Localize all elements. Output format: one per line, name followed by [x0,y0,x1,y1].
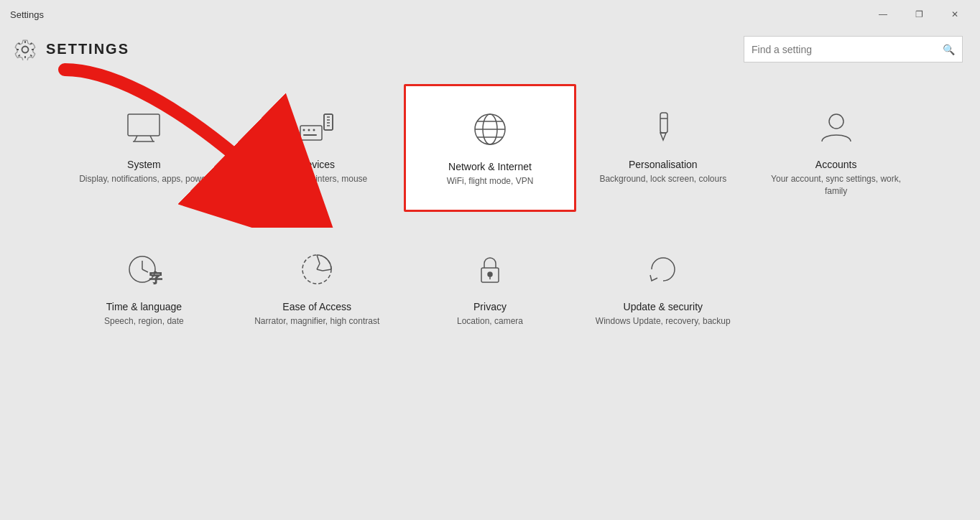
header-left: SETTINGS [14,39,129,60]
title-bar: Settings — ❐ ✕ [0,0,980,29]
system-subtitle: Display, notifications, apps, power [79,173,209,185]
search-icon: 🔍 [943,44,955,55]
svg-point-35 [488,272,492,277]
privacy-title: Privacy [473,301,507,312]
accounts-icon [815,106,858,149]
personalisation-title: Personalisation [629,159,698,170]
svg-line-4 [150,136,153,141]
update-icon [642,248,685,291]
settings-item-personalisation[interactable]: Personalisation Background, lock screen,… [576,84,749,212]
header: SETTINGS 🔍 [0,29,980,70]
ease-icon [295,248,338,291]
devices-icon [295,106,338,149]
svg-line-33 [317,269,323,271]
title-bar-controls: — ❐ ✕ [866,4,971,25]
header-title: SETTINGS [46,41,129,57]
svg-rect-6 [300,126,322,140]
update-title: Update & security [624,301,703,312]
title-bar-left: Settings [0,9,44,20]
network-icon [468,108,512,151]
accounts-subtitle: Your account, sync settings, work, famil… [764,173,908,198]
personalisation-icon [642,106,685,149]
network-subtitle: WiFi, flight mode, VPN [447,175,534,187]
ease-title: Ease of Access [282,301,351,312]
settings-item-network[interactable]: Network & Internet WiFi, flight mode, VP… [404,84,577,212]
network-title: Network & Internet [448,161,532,172]
svg-line-27 [142,269,148,272]
devices-title: Devices [299,159,335,170]
personalisation-subtitle: Background, lock screen, colours [599,173,726,185]
time-icon: 字 [122,248,165,291]
search-input[interactable] [752,44,943,55]
settings-item-update[interactable]: Update & security Windows Update, recove… [576,226,749,342]
svg-rect-22 [660,113,667,133]
system-icon [122,106,165,149]
settings-item-time[interactable]: 字 Time & language Speech, region, date [57,226,231,342]
update-subtitle: Windows Update, recovery, backup [596,315,731,328]
search-box[interactable]: 🔍 [744,36,963,62]
settings-item-devices[interactable]: Devices Bluetooth, printers, mouse [231,84,404,212]
time-title: Time & language [106,301,182,312]
close-button[interactable]: ✕ [938,4,971,25]
svg-rect-2 [128,114,160,136]
privacy-icon [468,248,512,291]
time-subtitle: Speech, region, date [104,315,184,328]
ease-subtitle: Narrator, magnifier, high contrast [254,315,379,328]
svg-text:字: 字 [149,271,162,285]
svg-line-32 [317,264,320,269]
settings-item-ease[interactable]: Ease of Access Narrator, magnifier, high… [231,226,404,342]
empty-cell [749,226,923,342]
svg-line-31 [323,269,331,271]
svg-point-24 [829,114,843,129]
title-bar-title: Settings [10,9,44,20]
settings-item-accounts[interactable]: Accounts Your account, sync settings, wo… [749,84,923,212]
settings-item-privacy[interactable]: Privacy Location, camera [404,226,577,342]
settings-gear-icon [14,39,36,60]
settings-item-system[interactable]: System Display, notifications, apps, pow… [57,84,231,212]
svg-line-3 [134,136,137,141]
accounts-title: Accounts [815,159,857,170]
privacy-subtitle: Location, camera [457,315,523,328]
devices-subtitle: Bluetooth, printers, mouse [267,173,367,185]
main-content: System Display, notifications, apps, pow… [0,70,980,356]
minimize-button[interactable]: — [866,4,900,25]
system-title: System [127,159,161,170]
row-1: System Display, notifications, apps, pow… [57,84,923,212]
maximize-button[interactable]: ❐ [902,4,935,25]
svg-line-30 [317,255,320,264]
row-2: 字 Time & language Speech, region, date E… [57,226,923,342]
svg-point-0 [22,46,29,52]
